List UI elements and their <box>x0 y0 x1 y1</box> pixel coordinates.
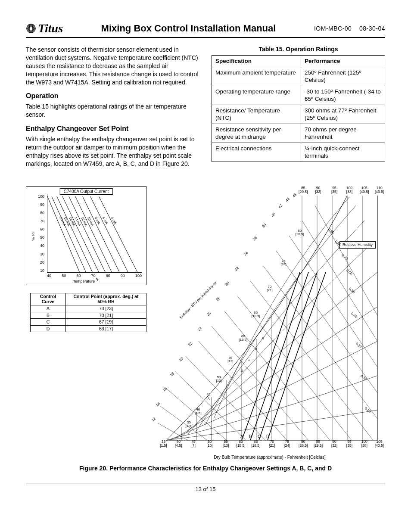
operation-heading: Operation <box>26 92 199 100</box>
enthalpy-text: With single enthalpy the enthalpy change… <box>26 135 199 168</box>
svg-text:B: B <box>249 434 252 439</box>
svg-line-6 <box>83 196 120 272</box>
rh-label-box: Relative Humidity <box>339 241 376 249</box>
svg-line-33 <box>158 423 188 440</box>
swirl-icon <box>26 23 36 34</box>
mini-x-ticks: 40 50 60 70 80 90 100 <box>47 274 142 278</box>
table-row: A73 [23] <box>31 305 146 312</box>
table-row: Specification Performance <box>212 56 385 67</box>
table-row: Electrical connections¼-inch quick-conne… <box>212 143 385 162</box>
mini-plot-svg: 20 mA 18 mA 16 mA 14 mA 12 mA 10 mA 8 mA… <box>47 194 142 272</box>
mini-plot-area: 20 mA 18 mA 16 mA 14 mA 12 mA 10 mA 8 mA… <box>47 194 142 273</box>
page-header: Titus Mixing Box Control Installation Ma… <box>26 22 385 38</box>
mini-y-label: % RH <box>31 230 35 241</box>
svg-line-38 <box>199 341 287 440</box>
table15-caption: Table 15. Operation Ratings <box>212 46 385 53</box>
brand-logo: Titus <box>26 22 63 35</box>
svg-text:A: A <box>240 434 243 439</box>
right-column: Table 15. Operation Ratings Specificatio… <box>212 46 385 174</box>
svg-text:10 mA: 10 mA <box>87 216 95 227</box>
figure-caption: Figure 20. Performance Characteristics f… <box>26 465 385 472</box>
svg-line-36 <box>175 371 246 440</box>
th-perf: Performance <box>301 56 385 67</box>
svg-line-45 <box>289 236 377 367</box>
doc-date: 08-30-04 <box>359 25 385 32</box>
mini-y-ticks: 100 90 80 70 60 50 40 30 20 10 <box>37 194 44 273</box>
th-spec: Specification <box>212 56 301 67</box>
table-row: Control Curve Control Point (approx. deg… <box>31 293 146 305</box>
page-title: Mixing Box Control Installation Manual <box>63 23 314 34</box>
table-row: Resistance sensitivity per degree at mid… <box>212 124 385 143</box>
th-point: Control Point (approx. deg.) at 50% RH <box>66 293 146 305</box>
page-footer: 13 of 15 <box>26 483 385 492</box>
left-column: The sensor consists of thermistor sensor… <box>26 46 199 174</box>
brand-text: Titus <box>38 22 63 35</box>
psych-svg: D C B A <box>154 186 385 453</box>
figure-right-panel: D C B A 85[29.5] 90[32] 95[35] 100[38] 1… <box>154 186 385 460</box>
table-row: D63 [17] <box>31 325 146 332</box>
enthalpy-heading: Enthalpy Changeover Set Point <box>26 125 199 133</box>
doc-number: IOM-MBC-00 <box>314 25 352 32</box>
psych-x-axis-label: Dry Bulb Temperature (approximate) - Fah… <box>154 455 385 460</box>
svg-line-7 <box>90 196 128 272</box>
intro-paragraph: The sensor consists of thermistor sensor… <box>26 46 199 86</box>
svg-line-8 <box>99 196 137 272</box>
control-curve-table: Control Curve Control Point (approx. deg… <box>30 293 146 333</box>
table15: Specification Performance Maximum ambien… <box>212 55 385 162</box>
svg-line-43 <box>263 266 377 419</box>
table-row: Resistance/ Temperature (NTC)300 ohms at… <box>212 105 385 124</box>
svg-line-46 <box>302 221 377 341</box>
figure-area: C7400A Output Current % RH 100 90 80 70 … <box>26 186 385 460</box>
output-current-chart: C7400A Output Current % RH 100 90 80 70 … <box>26 186 146 285</box>
th-curve: Control Curve <box>31 293 66 305</box>
table-row: Operating temperature range-30 to 150º F… <box>212 86 385 105</box>
mini-chart-title: C7400A Output Current <box>60 188 113 195</box>
page-number: 13 of 15 <box>196 486 216 492</box>
psychrometric-chart: D C B A 85[29.5] 90[32] 95[35] 100[38] 1… <box>154 186 385 453</box>
table-row: B70 [21] <box>31 312 146 319</box>
svg-text:8 mA: 8 mA <box>94 216 101 225</box>
svg-text:C: C <box>258 434 261 439</box>
content-columns: The sensor consists of thermistor sensor… <box>26 46 385 174</box>
table-row: Maximum ambient temperature250º Fahrenhe… <box>212 67 385 86</box>
operation-text: Table 15 highlights operational ratings … <box>26 103 199 119</box>
figure-left-panel: C7400A Output Current % RH 100 90 80 70 … <box>26 186 146 460</box>
table-row: C67 [19] <box>31 319 146 326</box>
svg-text:D: D <box>266 434 269 439</box>
doc-meta: IOM-MBC-00 08-30-04 <box>314 25 385 32</box>
mini-x-label: Temperature ºF <box>73 278 100 283</box>
